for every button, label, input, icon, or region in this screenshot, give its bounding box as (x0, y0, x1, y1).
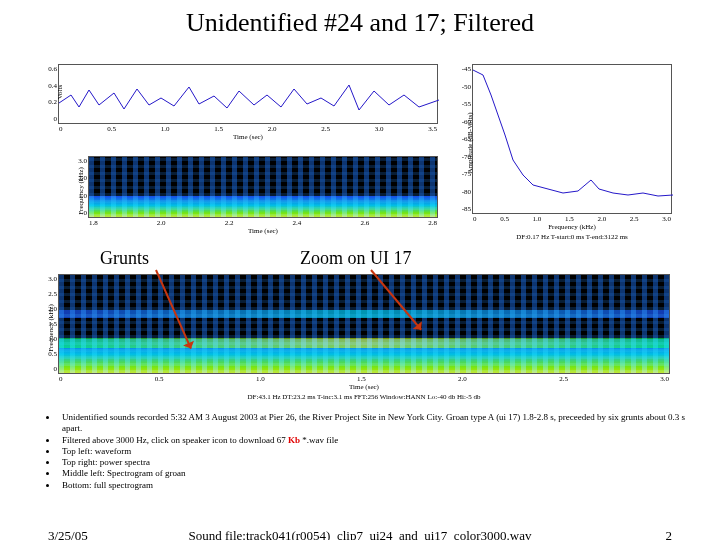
spg1-xlabel: Time (sec) (248, 227, 278, 235)
spectrum-xlabel: Frequency (kHz) (548, 223, 596, 231)
footer-date: 3/25/05 (48, 528, 88, 540)
bullet-item: Middle left: Spectrogram of groan (58, 468, 704, 479)
kb-highlight: Kb (288, 435, 300, 445)
spg1-yticks: 3.02.01.00 (71, 157, 87, 217)
waveform-yticks: 0.60.40.20 (41, 65, 57, 123)
bullet-list: Unidentified sounds recorded 5:32 AM 3 A… (24, 412, 704, 491)
bullet-item: Top left: waveform (58, 446, 704, 457)
annotation-grunts: Grunts (100, 248, 149, 269)
page-title: Unidentified #24 and 17; Filtered (0, 0, 720, 38)
waveform-panel: Volts 0.60.40.20 00.51.01.52.02.53.03.5 … (58, 64, 438, 124)
spg1-xticks: 1.82.02.22.42.62.8 (89, 219, 437, 227)
spectrum-yticks: -45-50-55-60-65-70-75-80-85 (453, 65, 471, 213)
spectrogram-full-panel: Frequency (kHz) 3.02.52.01.51.00.50 00.5… (58, 274, 670, 374)
spectrum-info: DF:0.17 Hz T-start:0 ms T-end:3122 ms (516, 233, 628, 241)
spg2-yticks: 3.02.52.01.51.00.50 (41, 275, 57, 373)
waveform-xticks: 00.51.01.52.02.53.03.5 (59, 125, 437, 133)
bullet-item: Filtered above 3000 Hz, click on speaker… (58, 435, 704, 446)
bullet-item: Top right: power spectra (58, 457, 704, 468)
bullet-item: Unidentified sounds recorded 5:32 AM 3 A… (58, 412, 704, 435)
spg2-info: DF:43.1 Hz DT:23.2 ms T-inc:3.1 ms FFT:2… (247, 393, 480, 401)
bullet-item: Bottom: full spectrogram (58, 480, 704, 491)
figure-area: Volts 0.60.40.20 00.51.01.52.02.53.03.5 … (30, 58, 690, 403)
footer-filename: Sound file:track041(r0054)_clip7_ui24_an… (189, 528, 532, 540)
waveform-ylabel: Volts (56, 85, 64, 99)
spectrogram-zoom-panel: Frequency (kHz) 3.02.01.00 1.82.02.22.42… (88, 156, 438, 218)
spectrum-xticks: 00.51.01.52.02.53.0 (473, 215, 671, 223)
power-spectrum-panel: Amplitude (dB-Volts) -45-50-55-60-65-70-… (472, 64, 672, 214)
waveform-xlabel: Time (sec) (233, 133, 263, 141)
footer-page-number: 2 (666, 528, 673, 540)
annotation-zoom-ui17: Zoom on UI 17 (300, 248, 412, 269)
spg2-xticks: 00.51.01.52.02.53.0 (59, 375, 669, 383)
spg2-xlabel: Time (sec) (349, 383, 379, 391)
